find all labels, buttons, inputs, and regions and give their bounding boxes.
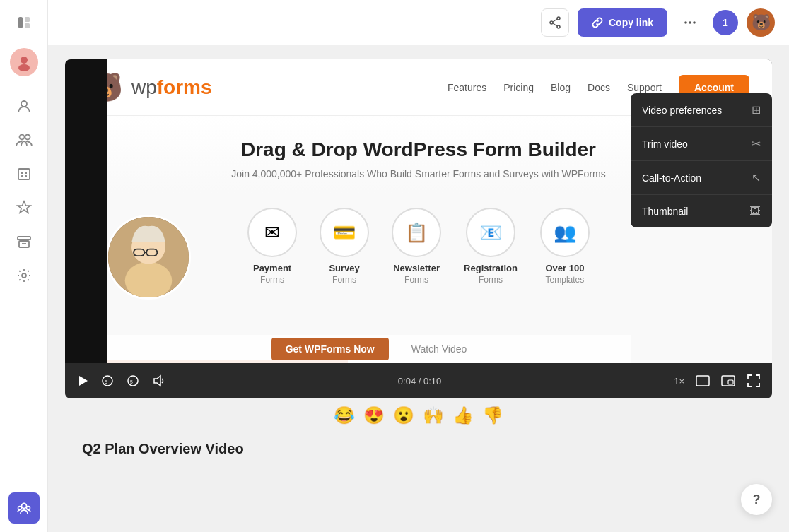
presenter-avatar	[106, 215, 191, 300]
svg-point-30	[125, 262, 173, 300]
svg-point-20	[557, 17, 560, 20]
reaction-thumbsdown[interactable]: 👎	[482, 406, 503, 425]
rewind-button[interactable]: 5	[100, 374, 115, 388]
nav-docs[interactable]: Docs	[588, 82, 610, 93]
watch-video-link[interactable]: Watch Video	[411, 343, 467, 355]
newsletter-label: Newsletter	[393, 263, 440, 273]
icon-payment: ✉ Payment Forms	[247, 208, 297, 285]
share-icon-btn[interactable]	[541, 8, 569, 37]
notification-badge[interactable]: 1	[713, 10, 738, 35]
fullscreen-button[interactable]	[747, 374, 761, 388]
context-menu: Video preferences ⊞ Trim video ✂ Call-to…	[631, 93, 772, 227]
reaction-wow[interactable]: 😮	[393, 406, 414, 425]
svg-point-26	[689, 21, 691, 24]
svg-text:5: 5	[130, 379, 133, 384]
templates-label: Over 100	[545, 263, 584, 273]
reaction-hands[interactable]: 🙌	[423, 406, 444, 425]
nav-blog[interactable]: Blog	[551, 82, 571, 93]
svg-rect-11	[21, 175, 23, 177]
nav-support[interactable]: Support	[627, 82, 662, 93]
svg-rect-41	[728, 380, 733, 384]
registration-icon-circle: 📧	[466, 208, 515, 257]
forward-button[interactable]: 5	[126, 374, 140, 388]
ctx-thumbnail[interactable]: Thumbnail 🖼	[631, 195, 772, 227]
svg-point-22	[557, 25, 560, 28]
ctx-cta[interactable]: Call-to-Action ↖	[631, 161, 772, 195]
svg-point-19	[18, 507, 21, 510]
more-options-btn[interactable]	[676, 8, 704, 37]
svg-point-3	[21, 57, 28, 64]
ctx-cta-label: Call-to-Action	[642, 172, 701, 184]
survey-label: Survey	[329, 263, 359, 273]
sidebar-item-star[interactable]	[8, 192, 40, 223]
sidebar-item-settings[interactable]	[8, 260, 40, 291]
ctx-video-preferences-label: Video preferences	[642, 105, 722, 116]
nav-features[interactable]: Features	[448, 82, 486, 93]
svg-point-27	[693, 21, 696, 24]
svg-rect-39	[696, 376, 709, 386]
reactions-bar: 😂 😍 😮 🙌 👍 👎	[65, 398, 772, 432]
page-title: Q2 Plan Overview Video	[82, 441, 244, 457]
user-avatar[interactable]: 🐻	[747, 8, 775, 37]
svg-rect-2	[25, 23, 30, 28]
sidebar	[0, 0, 48, 532]
svg-point-7	[25, 135, 30, 140]
copy-link-label: Copy link	[609, 17, 653, 28]
bottom-info: Q2 Plan Overview Video	[65, 432, 772, 466]
content-area: 🐻 wpforms Features Pricing Blog Docs Sup…	[48, 45, 789, 532]
survey-icon-circle: 💳	[320, 208, 369, 257]
payment-sub: Forms	[260, 275, 284, 285]
video-player: 🐻 wpforms Features Pricing Blog Docs Sup…	[65, 59, 772, 398]
sidebar-item-archive[interactable]	[8, 226, 40, 257]
theater-mode-button[interactable]	[696, 375, 710, 386]
svg-line-23	[553, 19, 557, 22]
reaction-thumbsup[interactable]: 👍	[452, 406, 474, 425]
ctx-video-preferences[interactable]: Video preferences ⊞	[631, 93, 772, 127]
svg-point-21	[550, 21, 553, 24]
speed-indicator[interactable]: 1×	[674, 376, 684, 386]
pip-button[interactable]	[721, 375, 735, 386]
ctx-trim-video[interactable]: Trim video ✂	[631, 127, 772, 161]
svg-rect-12	[25, 175, 27, 177]
svg-point-4	[18, 64, 30, 71]
sidebar-item-building[interactable]	[8, 158, 40, 189]
logo-forms: forms	[157, 76, 212, 98]
payment-label: Payment	[253, 263, 291, 273]
templates-sub: Templates	[546, 275, 585, 285]
registration-sub: Forms	[479, 275, 503, 285]
svg-marker-38	[154, 376, 160, 386]
svg-rect-9	[21, 172, 23, 174]
svg-marker-35	[79, 376, 88, 386]
newsletter-icon-circle: 📋	[392, 208, 441, 257]
icon-templates: 👥 Over 100 Templates	[540, 208, 590, 285]
sidebar-item-active[interactable]	[8, 492, 40, 524]
ctx-cta-icon: ↖	[752, 171, 761, 184]
svg-point-5	[21, 101, 27, 107]
get-wpforms-button[interactable]: Get WPForms Now	[271, 338, 389, 360]
reaction-laugh[interactable]: 😂	[334, 406, 355, 425]
svg-text:5: 5	[105, 379, 107, 384]
avatar[interactable]	[10, 48, 38, 76]
reaction-love[interactable]: 😍	[363, 406, 385, 425]
sidebar-item-person[interactable]	[8, 90, 40, 122]
icon-newsletter: 📋 Newsletter Forms	[392, 208, 441, 285]
svg-point-18	[26, 507, 30, 510]
svg-rect-0	[18, 17, 23, 28]
nav-pricing[interactable]: Pricing	[503, 82, 534, 93]
help-button[interactable]: ?	[741, 484, 772, 515]
svg-rect-8	[18, 169, 30, 179]
topbar: Copy link 1 🐻	[48, 0, 789, 45]
sidebar-item-group[interactable]	[8, 124, 40, 155]
play-button[interactable]	[76, 374, 89, 387]
registration-label: Registration	[464, 263, 518, 273]
svg-point-16	[22, 273, 26, 278]
ctx-thumbnail-icon: 🖼	[749, 205, 761, 218]
ctx-trim-icon: ✂	[752, 137, 761, 150]
payment-icon-circle: ✉	[247, 208, 297, 257]
logo-text: wpforms	[132, 76, 212, 99]
sidebar-toggle-btn[interactable]	[10, 8, 38, 37]
copy-link-button[interactable]: Copy link	[578, 8, 667, 37]
ctx-trim-video-label: Trim video	[642, 138, 688, 150]
volume-button[interactable]	[151, 374, 165, 388]
logo-wp: wp	[132, 76, 157, 98]
